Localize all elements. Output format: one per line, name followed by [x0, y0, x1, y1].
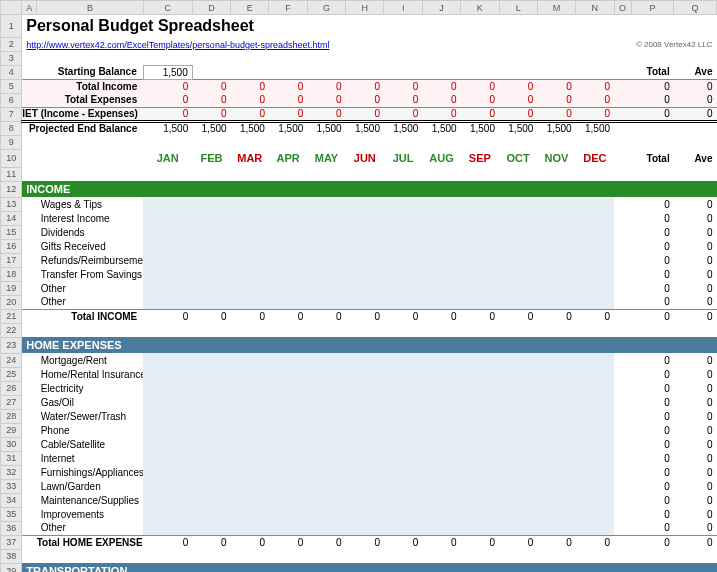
row-header[interactable]: 2: [1, 37, 22, 51]
row-header[interactable]: 22: [1, 323, 22, 337]
data-cell[interactable]: [461, 521, 499, 535]
data-cell[interactable]: [192, 451, 230, 465]
data-cell[interactable]: [143, 437, 192, 451]
data-cell[interactable]: [576, 211, 614, 225]
data-cell[interactable]: [537, 437, 575, 451]
col-header[interactable]: [1, 1, 22, 15]
data-cell[interactable]: [499, 451, 537, 465]
data-cell[interactable]: [269, 493, 307, 507]
data-cell[interactable]: [231, 409, 269, 423]
summary-cell[interactable]: 0: [231, 93, 269, 107]
col-header[interactable]: O: [614, 1, 631, 15]
data-cell[interactable]: [384, 295, 422, 309]
col-header[interactable]: A: [22, 1, 37, 15]
data-cell[interactable]: [499, 295, 537, 309]
data-cell[interactable]: [231, 493, 269, 507]
row-header[interactable]: 5: [1, 79, 22, 93]
data-cell[interactable]: [422, 437, 460, 451]
data-cell[interactable]: [307, 253, 345, 267]
row-header[interactable]: 19: [1, 281, 22, 295]
data-cell[interactable]: [384, 465, 422, 479]
data-cell[interactable]: [461, 465, 499, 479]
summary-cell[interactable]: 0: [231, 107, 269, 121]
data-cell[interactable]: [269, 225, 307, 239]
data-cell[interactable]: [576, 267, 614, 281]
row-header[interactable]: 15: [1, 225, 22, 239]
row-header[interactable]: 9: [1, 135, 22, 149]
data-cell[interactable]: [307, 239, 345, 253]
row-header[interactable]: 37: [1, 535, 22, 549]
row-header[interactable]: 26: [1, 381, 22, 395]
data-cell[interactable]: [576, 507, 614, 521]
data-cell[interactable]: [537, 281, 575, 295]
data-cell[interactable]: [576, 197, 614, 211]
data-cell[interactable]: [576, 253, 614, 267]
data-cell[interactable]: [231, 367, 269, 381]
summary-cell[interactable]: 0: [576, 107, 614, 121]
summary-cell[interactable]: 0: [499, 79, 537, 93]
data-cell[interactable]: [537, 197, 575, 211]
data-cell[interactable]: [307, 437, 345, 451]
data-cell[interactable]: [307, 423, 345, 437]
line-item-label[interactable]: Dividends: [37, 225, 144, 239]
data-cell[interactable]: [384, 225, 422, 239]
data-cell[interactable]: [231, 521, 269, 535]
row-header[interactable]: 30: [1, 437, 22, 451]
source-link[interactable]: http://www.vertex42.com/ExcelTemplates/p…: [22, 40, 329, 50]
summary-cell[interactable]: 0: [269, 79, 307, 93]
summary-cell[interactable]: 0: [461, 93, 499, 107]
data-cell[interactable]: [461, 367, 499, 381]
summary-cell[interactable]: 0: [422, 79, 460, 93]
data-cell[interactable]: [346, 225, 384, 239]
data-cell[interactable]: [384, 409, 422, 423]
data-cell[interactable]: [461, 479, 499, 493]
data-cell[interactable]: [192, 493, 230, 507]
line-item-label[interactable]: Mortgage/Rent: [37, 353, 144, 367]
data-cell[interactable]: [537, 239, 575, 253]
data-cell[interactable]: [384, 281, 422, 295]
row-header[interactable]: 16: [1, 239, 22, 253]
summary-cell[interactable]: 0: [269, 107, 307, 121]
data-cell[interactable]: [422, 451, 460, 465]
data-cell[interactable]: [231, 239, 269, 253]
data-cell[interactable]: [307, 507, 345, 521]
row-header[interactable]: 25: [1, 367, 22, 381]
summary-cell[interactable]: 0: [346, 79, 384, 93]
data-cell[interactable]: [576, 409, 614, 423]
data-cell[interactable]: [192, 253, 230, 267]
data-cell[interactable]: [499, 479, 537, 493]
row-header[interactable]: 29: [1, 423, 22, 437]
row-header[interactable]: 24: [1, 353, 22, 367]
data-cell[interactable]: [384, 395, 422, 409]
summary-cell[interactable]: 0: [231, 79, 269, 93]
data-cell[interactable]: [192, 239, 230, 253]
data-cell[interactable]: [269, 197, 307, 211]
data-cell[interactable]: [422, 521, 460, 535]
data-cell[interactable]: [307, 367, 345, 381]
data-cell[interactable]: [384, 353, 422, 367]
row-header[interactable]: 35: [1, 507, 22, 521]
data-cell[interactable]: [307, 409, 345, 423]
row-header[interactable]: 39: [1, 563, 22, 572]
data-cell[interactable]: [422, 507, 460, 521]
data-cell[interactable]: [422, 197, 460, 211]
data-cell[interactable]: [422, 211, 460, 225]
summary-cell[interactable]: 0: [269, 93, 307, 107]
data-cell[interactable]: [384, 267, 422, 281]
data-cell[interactable]: [307, 281, 345, 295]
col-header[interactable]: H: [346, 1, 384, 15]
row-header[interactable]: 33: [1, 479, 22, 493]
line-item-label[interactable]: Lawn/Garden: [37, 479, 144, 493]
col-header[interactable]: I: [384, 1, 422, 15]
data-cell[interactable]: [576, 437, 614, 451]
summary-cell[interactable]: 0: [384, 79, 422, 93]
data-cell[interactable]: [143, 367, 192, 381]
data-cell[interactable]: [537, 267, 575, 281]
data-cell[interactable]: [499, 211, 537, 225]
row-header[interactable]: 4: [1, 65, 22, 79]
row-header[interactable]: 31: [1, 451, 22, 465]
data-cell[interactable]: [499, 281, 537, 295]
data-cell[interactable]: [269, 465, 307, 479]
data-cell[interactable]: [143, 381, 192, 395]
data-cell[interactable]: [269, 353, 307, 367]
